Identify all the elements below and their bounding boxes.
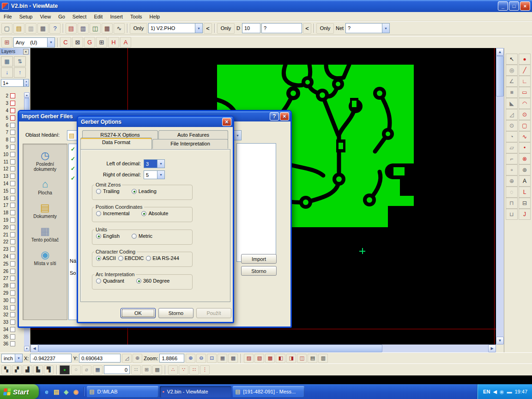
- prev-dcode-button[interactable]: <: [303, 23, 311, 34]
- draw-dot-icon[interactable]: •: [519, 142, 531, 153]
- radio-absolute[interactable]: Absolute: [141, 211, 168, 216]
- tab-auto-features[interactable]: Auto Features: [158, 130, 228, 139]
- tab-data-format[interactable]: Data Format: [80, 138, 152, 149]
- net-combo[interactable]: ? ▼: [345, 23, 390, 33]
- view-traces-icon[interactable]: ▧: [254, 354, 264, 363]
- outline-mode-icon[interactable]: ▥: [318, 354, 328, 363]
- sketch-mode-icon[interactable]: ▤: [308, 354, 317, 363]
- layer-spinner[interactable]: ▴ ▾: [24, 79, 29, 87]
- layer-color-box[interactable]: [10, 276, 15, 281]
- pattern-red-a-icon[interactable]: ∴: [168, 365, 178, 375]
- radio-ebcdic[interactable]: EBCDIC: [118, 255, 144, 261]
- layer-color-box[interactable]: [10, 327, 15, 332]
- prev-layer-button[interactable]: <: [204, 23, 212, 34]
- view-pads-icon[interactable]: ▨: [244, 354, 254, 363]
- parallelogram-icon[interactable]: ▱: [506, 142, 518, 153]
- aperture-a-icon[interactable]: A: [120, 37, 131, 48]
- origin-set-icon[interactable]: ⊕: [506, 175, 518, 187]
- layer-color-box[interactable]: [10, 145, 15, 150]
- chevron-down-icon[interactable]: ▼: [234, 131, 241, 140]
- dot-grid-icon[interactable]: ▩: [228, 354, 238, 363]
- layer-table-icon[interactable]: ▦: [1, 56, 13, 66]
- taskbar-task-191-482-091-mess[interactable]: ▤[191-482-091] - Mess...: [233, 386, 304, 398]
- layer-color-box[interactable]: [10, 283, 15, 288]
- layer-color-box[interactable]: [10, 341, 15, 346]
- grid-settings-icon[interactable]: ▦: [93, 365, 103, 375]
- set-origin-icon[interactable]: ⊕: [133, 354, 142, 363]
- filled-square-icon[interactable]: ■: [506, 87, 518, 98]
- scroll-down-icon[interactable]: ▼: [496, 337, 504, 345]
- layer-color-box[interactable]: [10, 298, 15, 303]
- language-indicator[interactable]: EN: [483, 389, 490, 394]
- ie-quicklaunch-icon[interactable]: e: [42, 387, 51, 396]
- film-box-icon[interactable]: ◫: [90, 23, 101, 34]
- layer-color-box[interactable]: [10, 130, 15, 135]
- radio-incremental[interactable]: Incremental: [96, 211, 129, 216]
- spinner-up-icon[interactable]: ▴: [25, 79, 27, 83]
- layer-color-box[interactable]: [10, 239, 15, 244]
- gerber-dialog-titlebar[interactable]: Gerber Options ×: [78, 117, 233, 127]
- only-dcode-button[interactable]: Only: [217, 23, 235, 34]
- canvas-horizontal-scrollbar[interactable]: ◀ ▶: [30, 345, 496, 352]
- place-documents[interactable]: ▤Dokumenty: [23, 202, 67, 219]
- dcode-input[interactable]: 10: [242, 23, 260, 33]
- place-desktop[interactable]: ⌂Plocha: [23, 178, 67, 195]
- right-of-decimal-combo[interactable]: 5 ▼: [144, 170, 165, 179]
- view-mirror-icon[interactable]: ◫: [297, 354, 307, 363]
- layer-row-2[interactable]: 2: [1, 92, 23, 100]
- context-help-icon[interactable]: ?: [49, 23, 60, 34]
- draw-line-icon[interactable]: ╱: [519, 65, 531, 76]
- draw-outline-icon[interactable]: ▢: [519, 120, 531, 131]
- chevron-down-icon[interactable]: ▼: [382, 24, 389, 33]
- radio-metric[interactable]: Metric: [132, 233, 152, 239]
- chevron-down-icon[interactable]: ▼: [15, 354, 22, 362]
- layer-color-box[interactable]: [10, 225, 15, 230]
- pattern-red-d-icon[interactable]: ⋮: [200, 365, 210, 375]
- start-button[interactable]: Start: [0, 384, 39, 399]
- layer-down-icon[interactable]: ↓: [1, 67, 13, 78]
- dcode-query-input[interactable]: ?: [261, 23, 302, 33]
- snap-grid-icon[interactable]: ⊞: [1, 37, 12, 48]
- place-my-computer[interactable]: ▦Tento počítač: [23, 225, 67, 242]
- pad-stack-icon[interactable]: ⊠: [72, 37, 83, 48]
- messenger-tray-icon[interactable]: ◉: [500, 389, 504, 394]
- layer-color-box[interactable]: [10, 93, 15, 98]
- spinner-down-icon[interactable]: ▾: [25, 83, 27, 87]
- menu-item-edit[interactable]: Edit: [90, 13, 106, 20]
- print-icon[interactable]: ▦: [37, 23, 48, 34]
- only-layer-button[interactable]: Only: [130, 23, 147, 34]
- measure-tool-icon[interactable]: ▥: [78, 23, 89, 34]
- aperture-combo[interactable]: Any (U) ▼: [13, 37, 55, 48]
- measure-diagonal-icon[interactable]: ◿: [122, 354, 132, 363]
- layer-color-box[interactable]: [10, 203, 15, 208]
- unit-combo[interactable]: inch ▼: [1, 354, 23, 363]
- chevron-down-icon[interactable]: ▼: [47, 38, 54, 47]
- chevron-down-icon[interactable]: ▼: [195, 24, 202, 33]
- minimize-button[interactable]: _: [498, 1, 508, 11]
- layer-color-box[interactable]: [10, 166, 15, 171]
- layer-color-box[interactable]: [10, 210, 15, 215]
- select-traces-icon[interactable]: ▞: [12, 365, 22, 375]
- layer-color-box[interactable]: [10, 261, 15, 266]
- taskbar-task-d-mlab[interactable]: ▤D:\MLAB: [87, 386, 158, 398]
- layer-row-35[interactable]: 35: [1, 333, 23, 340]
- layer-color-box[interactable]: [10, 196, 15, 201]
- new-icon[interactable]: ▢: [1, 23, 12, 34]
- layer-color-box[interactable]: [10, 123, 15, 128]
- help-icon[interactable]: ?: [270, 112, 279, 121]
- layer-color-box[interactable]: [10, 290, 15, 296]
- layer-color-box[interactable]: [10, 312, 15, 317]
- active-layer-indicator[interactable]: 1+: [1, 79, 24, 87]
- zoom-in-icon[interactable]: ⊕: [186, 354, 195, 363]
- menu-item-file[interactable]: File: [0, 13, 16, 20]
- scroll-left-icon[interactable]: ◀: [30, 345, 38, 352]
- draw-corner-icon[interactable]: ∟: [519, 76, 531, 87]
- radio-trailing[interactable]: Trailing: [96, 188, 120, 194]
- cancel-button[interactable]: Storno: [241, 266, 277, 276]
- layer-row-36[interactable]: 36: [1, 340, 23, 348]
- scroll-down-icon[interactable]: ▼: [24, 346, 30, 351]
- zoom-window-icon[interactable]: ⊡: [207, 354, 217, 363]
- grid-value-input[interactable]: 0: [104, 365, 130, 374]
- draw-arc-icon[interactable]: ◠: [519, 98, 531, 109]
- ok-button[interactable]: OK: [121, 308, 156, 318]
